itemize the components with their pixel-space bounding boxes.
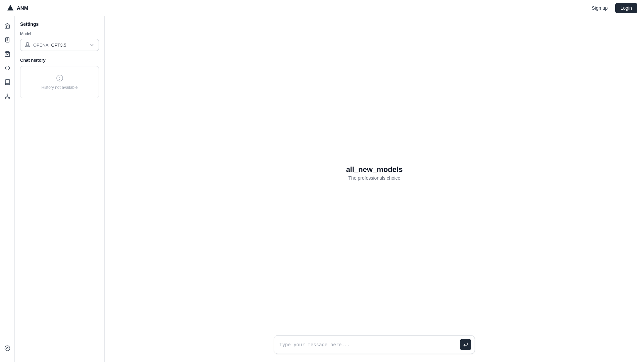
code-icon[interactable]	[2, 62, 13, 74]
signup-button[interactable]: Sign up	[588, 3, 611, 13]
settings-circle-icon[interactable]	[2, 343, 13, 354]
chat-message-input[interactable]	[279, 342, 460, 347]
svg-point-3	[7, 94, 8, 95]
model-select-dropdown[interactable]: OPENAI GPT3.5	[20, 39, 99, 51]
model-version: GPT3.5	[51, 43, 66, 48]
history-empty-icon	[56, 74, 63, 83]
chat-input-container	[105, 330, 644, 362]
network-icon[interactable]	[2, 90, 13, 102]
settings-title: Settings	[20, 21, 99, 27]
send-icon	[463, 342, 468, 347]
openai-model-icon	[24, 42, 31, 48]
logo-icon	[7, 4, 14, 12]
chat-main: all_new_models The professionals choice	[105, 16, 644, 330]
model-section-label: Model	[20, 32, 99, 36]
app-title: ANM	[17, 5, 28, 11]
icon-sidebar-top	[2, 20, 13, 340]
chat-area: all_new_models The professionals choice	[105, 16, 644, 362]
chat-branding: all_new_models The professionals choice	[346, 165, 403, 181]
history-empty-text: History not available	[41, 85, 77, 90]
main-layout: Settings Model OPENAI GPT3.5 Chat histor…	[0, 16, 644, 362]
app-header: ANM Sign up Login	[0, 0, 644, 16]
model-name-display: OPENAI GPT3.5	[33, 42, 66, 48]
login-button[interactable]: Login	[615, 3, 637, 13]
header-left: ANM	[7, 4, 28, 12]
bag-icon[interactable]	[2, 48, 13, 60]
header-right: Sign up Login	[588, 3, 637, 13]
settings-panel: Settings Model OPENAI GPT3.5 Chat histor…	[15, 16, 105, 362]
chat-branding-subtitle: The professionals choice	[346, 175, 403, 181]
app-logo: ANM	[7, 4, 28, 12]
icon-sidebar	[0, 16, 15, 362]
chat-branding-title: all_new_models	[346, 165, 403, 174]
home-icon[interactable]	[2, 20, 13, 32]
chat-history-title: Chat history	[20, 58, 99, 63]
book-icon[interactable]	[2, 76, 13, 88]
document-icon[interactable]	[2, 34, 13, 46]
icon-sidebar-bottom	[2, 343, 13, 358]
chevron-down-icon	[89, 42, 95, 48]
svg-point-5	[8, 98, 9, 99]
svg-marker-0	[7, 5, 13, 10]
svg-point-7	[6, 348, 8, 349]
svg-point-4	[5, 98, 6, 99]
model-prefix: OPENAI	[33, 43, 50, 48]
send-button[interactable]	[460, 339, 471, 350]
svg-point-10	[59, 79, 60, 79]
chat-history-box: History not available	[20, 66, 99, 98]
svg-point-6	[5, 346, 10, 351]
chat-input-wrapper	[274, 335, 475, 354]
model-select-left: OPENAI GPT3.5	[24, 42, 66, 48]
